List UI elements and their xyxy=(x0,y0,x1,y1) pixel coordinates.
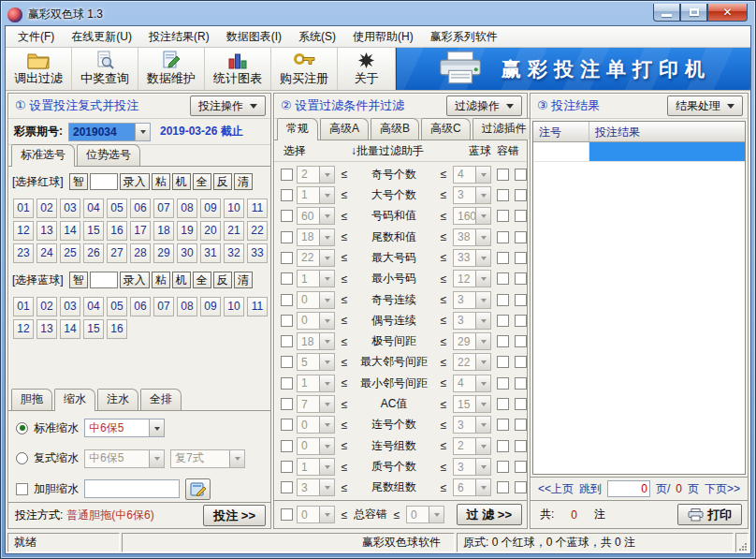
filter-tolerance-checkbox[interactable] xyxy=(515,231,527,243)
filter-min-select[interactable]: 60 xyxy=(297,207,335,225)
filter-min-select[interactable]: 2 xyxy=(297,166,335,184)
blue-quick-button-4[interactable]: 全 xyxy=(193,272,211,288)
duplex-shrink-select-1[interactable]: 中6保5 xyxy=(84,449,165,468)
filter-blue-checkbox[interactable] xyxy=(497,315,509,327)
prize-query-button[interactable]: 中奖查询 xyxy=(72,48,138,90)
filter-min-select[interactable]: 0 xyxy=(297,291,335,309)
print-button[interactable]: 打印 xyxy=(677,504,742,525)
blue-quick-button-3[interactable]: 机 xyxy=(172,272,191,288)
filter-max-select[interactable]: 4 xyxy=(453,166,491,184)
select-mode-tab-0[interactable]: 标准选号 xyxy=(11,144,75,167)
red-ball-27[interactable]: 27 xyxy=(107,243,127,263)
filter-actions-button[interactable]: 过滤操作 xyxy=(446,96,522,116)
filter-enable-checkbox[interactable] xyxy=(281,440,293,452)
filter-button[interactable]: 过 滤 >> xyxy=(457,504,522,525)
red-ball-05[interactable]: 05 xyxy=(107,199,127,218)
red-ball-04[interactable]: 04 xyxy=(83,199,104,218)
filter-min-select[interactable]: 7 xyxy=(297,395,335,413)
blue-ball-04[interactable]: 04 xyxy=(83,297,104,316)
filter-tab-4[interactable]: 过滤插件 xyxy=(472,118,536,140)
result-table[interactable]: 注号 投注结果 xyxy=(532,121,746,475)
total-tolerance-max-select[interactable]: 0 xyxy=(406,506,444,523)
filter-blue-checkbox[interactable] xyxy=(497,231,509,243)
filter-max-select[interactable]: 2 xyxy=(453,437,491,455)
red-ball-21[interactable]: 21 xyxy=(224,221,244,241)
filter-max-select[interactable]: 6 xyxy=(453,478,491,496)
result-actions-button[interactable]: 结果处理 xyxy=(667,96,743,116)
red-ball-06[interactable]: 06 xyxy=(130,199,151,218)
filter-blue-checkbox[interactable] xyxy=(497,169,509,181)
filter-max-select[interactable]: 160 xyxy=(453,207,491,225)
filter-max-select[interactable]: 3 xyxy=(453,416,491,434)
filter-min-select[interactable]: 1 xyxy=(297,458,335,476)
red-quick-button-2[interactable]: 粘 xyxy=(152,173,170,190)
page-input[interactable] xyxy=(607,480,650,497)
red-ball-32[interactable]: 32 xyxy=(224,243,244,263)
red-ball-07[interactable]: 07 xyxy=(153,199,174,218)
blue-ball-14[interactable]: 14 xyxy=(60,319,80,339)
filter-blue-checkbox[interactable] xyxy=(497,210,509,222)
filter-tolerance-checkbox[interactable] xyxy=(515,398,527,410)
red-quick-button-0[interactable]: 智 xyxy=(69,173,88,190)
filter-min-select[interactable]: 5 xyxy=(297,353,335,371)
col-header-result[interactable]: 投注结果 xyxy=(589,122,745,141)
bet-button[interactable]: 投注 >> xyxy=(203,505,266,526)
red-quick-button-4[interactable]: 全 xyxy=(193,173,211,190)
filter-min-select[interactable]: 1 xyxy=(297,186,335,204)
red-ball-18[interactable]: 18 xyxy=(153,221,174,241)
filter-max-select[interactable]: 38 xyxy=(453,228,491,246)
filter-blue-checkbox[interactable] xyxy=(497,335,509,347)
filter-min-select[interactable]: 1 xyxy=(297,375,335,392)
red-ball-12[interactable]: 12 xyxy=(13,221,34,241)
red-quick-button-1[interactable]: 录入 xyxy=(120,173,150,190)
bet-actions-button[interactable]: 投注操作 xyxy=(190,96,266,116)
purchase-register-button[interactable]: 购买注册 xyxy=(271,48,338,90)
filter-tab-3[interactable]: 高级C xyxy=(421,118,471,140)
blue-ball-10[interactable]: 10 xyxy=(224,297,244,316)
filter-blue-checkbox[interactable] xyxy=(497,189,509,201)
filter-max-select[interactable]: 3 xyxy=(453,312,491,330)
red-ball-29[interactable]: 29 xyxy=(153,243,174,263)
menu-item[interactable]: 投注结果(R) xyxy=(140,26,218,48)
blue-quick-button-1[interactable]: 录入 xyxy=(120,272,150,288)
filter-enable-checkbox[interactable] xyxy=(281,419,293,431)
filter-enable-checkbox[interactable] xyxy=(281,461,293,473)
filter-tolerance-checkbox[interactable] xyxy=(515,440,527,452)
filter-tolerance-checkbox[interactable] xyxy=(515,189,527,201)
filter-blue-checkbox[interactable] xyxy=(497,294,509,306)
filter-min-select[interactable]: 18 xyxy=(297,228,335,246)
filter-min-select[interactable]: 0 xyxy=(297,416,335,434)
red-ball-17[interactable]: 17 xyxy=(130,221,151,241)
filter-blue-checkbox[interactable] xyxy=(497,272,509,285)
red-ball-31[interactable]: 31 xyxy=(200,243,221,263)
blue-quick-button-0[interactable]: 智 xyxy=(69,272,88,288)
table-row[interactable] xyxy=(533,142,745,162)
filter-enable-checkbox[interactable] xyxy=(281,210,293,222)
filter-blue-checkbox[interactable] xyxy=(497,419,509,431)
red-ball-01[interactable]: 01 xyxy=(13,199,34,218)
blue-ball-16[interactable]: 16 xyxy=(107,319,127,339)
blue-ball-15[interactable]: 15 xyxy=(83,319,104,339)
red-ball-23[interactable]: 23 xyxy=(13,243,34,263)
filter-min-select[interactable]: 22 xyxy=(297,249,335,267)
red-ball-25[interactable]: 25 xyxy=(60,243,80,263)
filter-tolerance-checkbox[interactable] xyxy=(515,356,527,368)
filter-max-select[interactable]: 3 xyxy=(453,291,491,309)
filter-enable-checkbox[interactable] xyxy=(281,398,293,410)
red-quick-button-5[interactable]: 反 xyxy=(213,173,232,190)
dan-edit-button[interactable] xyxy=(185,478,211,500)
filter-enable-checkbox[interactable] xyxy=(281,169,293,181)
bet-mode-tab-2[interactable]: 注水 xyxy=(97,389,138,410)
filter-tolerance-checkbox[interactable] xyxy=(515,252,527,264)
about-button[interactable]: 关于 xyxy=(338,48,396,90)
red-ball-09[interactable]: 09 xyxy=(200,199,221,218)
red-ball-10[interactable]: 10 xyxy=(224,199,244,218)
red-ball-26[interactable]: 26 xyxy=(83,243,104,263)
bet-mode-tab-1[interactable]: 缩水 xyxy=(54,389,95,411)
filter-max-select[interactable]: 22 xyxy=(453,353,491,371)
blue-ball-03[interactable]: 03 xyxy=(60,297,80,316)
filter-max-select[interactable]: 4 xyxy=(453,375,491,392)
total-tolerance-min-select[interactable]: 0 xyxy=(297,506,335,523)
filter-min-select[interactable]: 18 xyxy=(297,332,335,350)
filter-enable-checkbox[interactable] xyxy=(281,189,293,201)
